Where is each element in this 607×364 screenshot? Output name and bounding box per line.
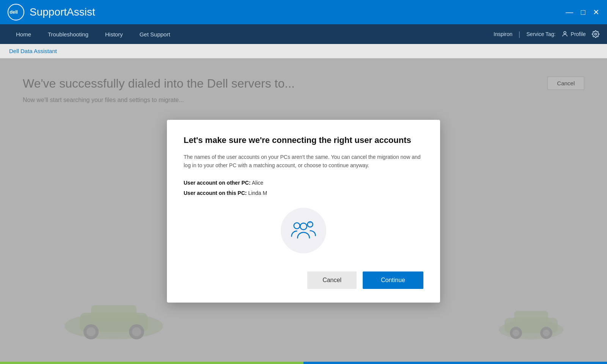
nav-item-get-support[interactable]: Get Support: [131, 24, 179, 44]
nav-left: Home Troubleshooting History Get Support: [8, 24, 179, 44]
close-button[interactable]: ✕: [593, 8, 599, 17]
minimize-button[interactable]: —: [566, 8, 573, 17]
modal-buttons: Cancel Continue: [184, 271, 423, 289]
nav-item-home[interactable]: Home: [8, 24, 39, 44]
main-content: We've successfully dialed into the Dell …: [0, 58, 607, 364]
nav-bar: Home Troubleshooting History Get Support…: [0, 24, 607, 44]
user-account-this: User account on this PC: Linda M: [184, 189, 423, 197]
modal-overlay: Let's make sure we're connecting the rig…: [0, 58, 607, 364]
maximize-button[interactable]: □: [581, 8, 585, 17]
dell-logo: dell: [8, 4, 24, 20]
nav-right: Inspiron | Service Tag: Profile: [494, 30, 599, 38]
modal-description: The names of the user accounts on your P…: [184, 153, 423, 170]
app-title: SupportAssist: [30, 6, 95, 18]
breadcrumb-bar: Dell Data Assistant: [0, 44, 607, 58]
modal-cancel-button[interactable]: Cancel: [307, 271, 357, 289]
svg-text:?: ?: [309, 221, 311, 224]
svg-point-17: [294, 223, 300, 229]
svg-point-20: [300, 223, 307, 230]
service-tag-label: Service Tag:: [527, 31, 556, 37]
svg-text:dell: dell: [9, 9, 18, 15]
user-account-other: User account on other PC: Alice: [184, 179, 423, 187]
modal-title: Let's make sure we're connecting the rig…: [184, 135, 423, 146]
bottom-accent-bar: [0, 362, 607, 364]
users-group-icon: ?: [290, 219, 317, 242]
modal-dialog: Let's make sure we're connecting the rig…: [167, 120, 440, 302]
device-name: Inspiron: [494, 31, 513, 37]
profile-icon: [561, 31, 568, 38]
gear-icon[interactable]: [592, 30, 599, 38]
profile-label: Profile: [571, 31, 586, 37]
nav-item-troubleshooting[interactable]: Troubleshooting: [39, 24, 97, 44]
svg-point-2: [595, 33, 597, 35]
title-bar: dell SupportAssist — □ ✕: [0, 0, 607, 24]
nav-divider: |: [519, 30, 521, 38]
users-icon-circle: ?: [281, 208, 326, 253]
title-bar-left: dell SupportAssist: [8, 4, 95, 20]
profile-nav[interactable]: Profile: [561, 31, 586, 38]
modal-continue-button[interactable]: Continue: [363, 271, 423, 289]
svg-point-1: [564, 31, 566, 34]
nav-item-history[interactable]: History: [97, 24, 131, 44]
modal-user-info: User account on other PC: Alice User acc…: [184, 179, 423, 197]
modal-icon-area: ?: [184, 208, 423, 253]
breadcrumb: Dell Data Assistant: [9, 48, 57, 54]
window-controls: — □ ✕: [566, 8, 599, 17]
